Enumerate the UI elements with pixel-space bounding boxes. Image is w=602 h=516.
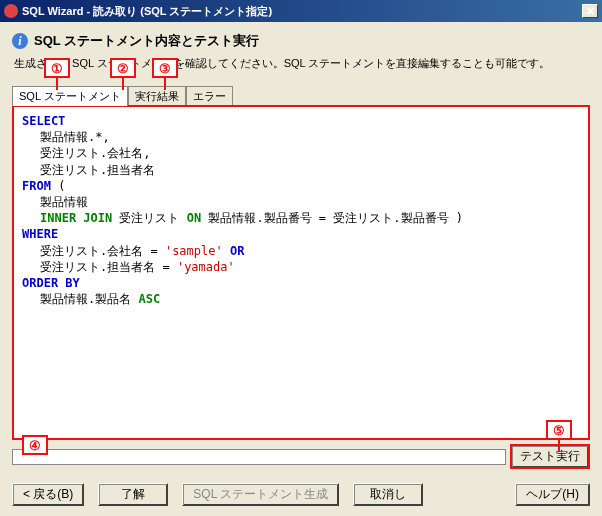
kw-select: SELECT — [22, 114, 65, 128]
callout-line — [558, 440, 560, 452]
tab-errors[interactable]: エラー — [186, 86, 233, 106]
orderby-field: 製品情報.製品名 — [40, 292, 138, 306]
callout-2: ② — [110, 58, 136, 78]
select-field: 受注リスト.会社名, — [40, 146, 150, 160]
sql-editor[interactable]: SELECT 製品情報.*, 受注リスト.会社名, 受注リスト.担当者名 FRO… — [12, 105, 590, 440]
tabs: SQL ステートメント 実行結果 エラー — [12, 85, 590, 105]
header-title: SQL ステートメント内容とテスト実行 — [34, 32, 259, 50]
kw-or: OR — [223, 244, 245, 258]
select-field: 製品情報.*, — [40, 130, 110, 144]
test-row: テスト実行 — [12, 444, 590, 469]
callout-number: ③ — [159, 61, 171, 76]
where-cond: 受注リスト.担当者名 = — [40, 260, 177, 274]
where-cond: 受注リスト.会社名 = — [40, 244, 165, 258]
callout-number: ⑤ — [553, 423, 565, 438]
where-val: 'sample' — [165, 244, 223, 258]
paren: ( — [51, 179, 65, 193]
button-row: < 戻る(B) 了解 SQL ステートメント生成 取消し ヘルプ(H) — [12, 483, 590, 506]
on-cond: 製品情報.製品番号 = 受注リスト.製品番号 ) — [201, 211, 463, 225]
kw-inner-join: INNER JOIN — [40, 211, 112, 225]
tab-results[interactable]: 実行結果 — [128, 86, 186, 106]
generate-sql-button: SQL ステートメント生成 — [182, 483, 339, 506]
callout-number: ④ — [29, 438, 41, 453]
callout-line — [56, 78, 58, 90]
header-row: i SQL ステートメント内容とテスト実行 — [12, 32, 590, 50]
help-button[interactable]: ヘルプ(H) — [515, 483, 590, 506]
callout-5: ⑤ — [546, 420, 572, 440]
select-field: 受注リスト.担当者名 — [40, 163, 155, 177]
callout-4: ④ — [22, 435, 48, 455]
callout-3: ③ — [152, 58, 178, 78]
test-execute-button[interactable]: テスト実行 — [510, 444, 590, 469]
back-button[interactable]: < 戻る(B) — [12, 483, 84, 506]
callout-line — [164, 78, 166, 90]
tab-sql-statement[interactable]: SQL ステートメント — [12, 86, 128, 106]
kw-asc: ASC — [138, 292, 160, 306]
kw-from: FROM — [22, 179, 51, 193]
join-table: 受注リスト — [112, 211, 186, 225]
kw-where: WHERE — [22, 227, 58, 241]
app-icon — [4, 4, 18, 18]
dialog-body: i SQL ステートメント内容とテスト実行 生成された SQL ステートメントを… — [0, 22, 602, 516]
info-icon: i — [12, 33, 28, 49]
header-description: 生成された SQL ステートメントを確認してください。SQL ステートメントを直… — [14, 56, 590, 71]
kw-on: ON — [187, 211, 201, 225]
cancel-button[interactable]: 取消し — [353, 483, 423, 506]
titlebar-text: SQL Wizard - 読み取り (SQL ステートメント指定) — [22, 4, 582, 19]
callout-number: ① — [51, 61, 63, 76]
titlebar: SQL Wizard - 読み取り (SQL ステートメント指定) ✕ — [0, 0, 602, 22]
from-table: 製品情報 — [40, 195, 88, 209]
callout-line — [122, 78, 124, 90]
ok-button[interactable]: 了解 — [98, 483, 168, 506]
callout-number: ② — [117, 61, 129, 76]
callout-1: ① — [44, 58, 70, 78]
progress-bar — [12, 449, 506, 465]
where-val: 'yamada' — [177, 260, 235, 274]
kw-orderby: ORDER BY — [22, 276, 80, 290]
close-button[interactable]: ✕ — [582, 4, 598, 18]
